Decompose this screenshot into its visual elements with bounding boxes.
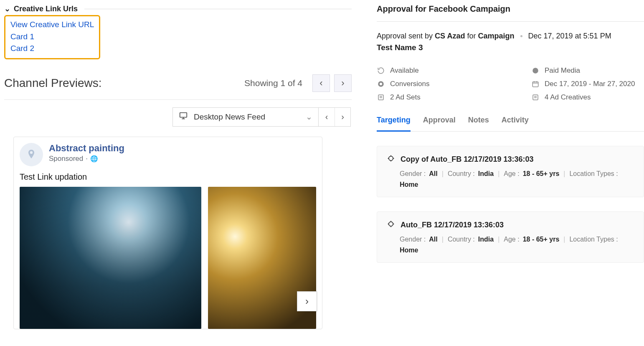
crosshair-icon xyxy=(387,155,395,164)
tab-notes[interactable]: Notes xyxy=(468,114,489,131)
tab-targeting[interactable]: Targeting xyxy=(377,114,411,132)
approval-tabs: Targeting Approval Notes Activity xyxy=(377,114,644,132)
approval-panel-title: Approval for Facebook Campaign xyxy=(377,4,644,22)
creative-link-urls-header[interactable]: ⌄ Creative Link Urls xyxy=(4,4,352,13)
campaign-name: Test Name 3 xyxy=(377,43,644,52)
list-icon xyxy=(377,93,385,102)
chevron-down-icon: ⌄ xyxy=(4,4,10,13)
targeting-name: Auto_FB 12/17/2019 13:36:03 xyxy=(401,221,504,229)
sponsored-label: Sponsored xyxy=(49,155,83,163)
calendar-icon xyxy=(531,80,540,88)
carousel-next-button[interactable]: › xyxy=(297,291,317,311)
svg-point-3 xyxy=(532,68,538,74)
carousel: › xyxy=(20,187,316,329)
carousel-card-1-image[interactable] xyxy=(20,187,201,329)
dot-separator xyxy=(520,35,522,37)
targeting-card[interactable]: Auto_FB 12/17/2019 13:36:03 Gender : All… xyxy=(377,211,644,263)
page-name-link[interactable]: Abstract painting xyxy=(49,143,124,154)
chevron-down-icon: ⌄ xyxy=(306,112,312,122)
targeting-name: Copy of Auto_FB 12/17/2019 13:36:03 xyxy=(401,155,533,164)
svg-point-5 xyxy=(380,83,382,85)
creative-link-urls-title: Creative Link Urls xyxy=(14,5,78,13)
placement-next-button[interactable]: › xyxy=(335,108,350,126)
placement-select-label: Desktop News Feed xyxy=(194,112,265,122)
globe-solid-icon xyxy=(531,66,540,75)
approval-sender: CS Azad xyxy=(435,32,465,40)
svg-point-16 xyxy=(389,156,393,161)
view-creative-link-url-link[interactable]: View Creative Link URL xyxy=(10,19,94,31)
meta-adsets: 2 Ad Sets xyxy=(377,93,527,102)
meta-paid-media: Paid Media xyxy=(531,66,644,75)
card-2-link[interactable]: Card 2 xyxy=(10,43,94,55)
approval-sent-line: Approval sent by CS Azad for Campaign De… xyxy=(377,32,644,41)
meta-creatives: 4 Ad Creatives xyxy=(531,93,644,102)
targeting-card[interactable]: Copy of Auto_FB 12/17/2019 13:36:03 Gend… xyxy=(377,146,644,197)
creative-links-highlight: View Creative Link URL Card 1 Card 2 xyxy=(4,15,100,59)
prev-button[interactable]: ‹ xyxy=(312,74,330,92)
tab-activity[interactable]: Activity xyxy=(502,114,529,131)
showing-count: Showing 1 of 4 xyxy=(244,78,302,88)
crosshair-icon xyxy=(387,220,395,230)
placement-pager: ‹ › xyxy=(319,107,351,127)
target-solid-icon xyxy=(377,80,385,88)
globe-icon: 🌐 xyxy=(90,155,98,163)
placement-select[interactable]: Desktop News Feed ⌄ xyxy=(172,107,319,127)
list-icon xyxy=(531,93,540,102)
post-primary-text: Test Link updation xyxy=(20,172,316,182)
preview-pager: ‹ › xyxy=(312,74,352,92)
tab-approval[interactable]: Approval xyxy=(423,114,456,131)
refresh-icon xyxy=(377,66,385,75)
placement-prev-button[interactable]: ‹ xyxy=(319,108,335,126)
approval-entity: Campaign xyxy=(478,32,514,40)
page-avatar[interactable] xyxy=(20,143,43,166)
meta-conversions: Conversions xyxy=(377,80,527,88)
divider xyxy=(84,9,352,9)
svg-rect-6 xyxy=(532,82,538,87)
channel-previews-title: Channel Previews: xyxy=(4,76,101,90)
next-button[interactable]: › xyxy=(334,74,352,92)
meta-available: Available xyxy=(377,66,527,75)
svg-rect-0 xyxy=(180,113,187,117)
card-1-link[interactable]: Card 1 xyxy=(10,31,94,43)
svg-point-21 xyxy=(389,222,393,226)
desktop-icon xyxy=(179,111,188,122)
ad-preview-card: Abstract painting Sponsored · 🌐 Test Lin… xyxy=(13,137,322,329)
meta-dates: Dec 17, 2019 - Mar 27, 2020 xyxy=(531,80,644,88)
approval-datetime: Dec 17, 2019 at 5:51 PM xyxy=(528,32,611,41)
